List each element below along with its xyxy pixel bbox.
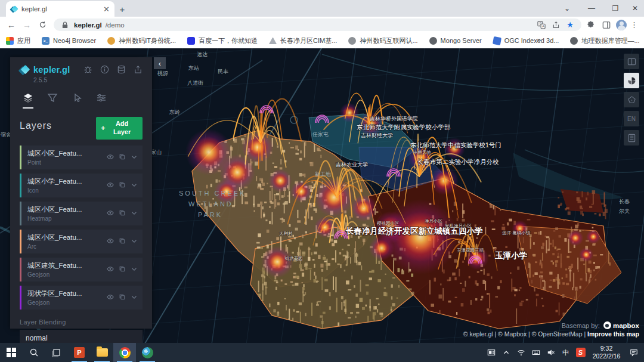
tab-filters[interactable] [47,92,58,109]
taskbar-gis-app[interactable] [136,343,159,362]
taskbar-powerpoint[interactable]: P [68,343,91,362]
address-bar[interactable]: kepler.gl/demo 文A ★ [54,18,581,31]
screen: kepler.gl ✕ + ⌄ — ❐ ✕ ← → kepler.gl/demo… [0,0,644,362]
legend-button[interactable] [624,130,639,146]
share-icon[interactable] [550,20,561,30]
svg-text:八道街: 八道街 [187,80,203,86]
tab-close-icon[interactable]: ✕ [103,5,110,14]
add-layer-button[interactable]: + Add Layer [96,117,143,140]
layer-expand-chevron-icon[interactable] [131,264,138,275]
browser-tab[interactable]: kepler.gl ✕ [6,1,114,17]
mapbox-logo[interactable]: mapbox [603,321,639,329]
taskbar-search-button[interactable] [23,343,45,362]
touch-keyboard-icon[interactable] [528,343,543,362]
new-tab-button[interactable]: + [114,1,130,17]
side-panel-icon[interactable] [600,19,612,31]
layer-visibility-eye-icon[interactable] [107,236,114,247]
taskbar-file-explorer[interactable] [91,343,113,362]
tab-interactions[interactable] [72,92,82,109]
svg-text:东北师范大学附属实验学校小学部: 东北师范大学附属实验学校小学部 [357,123,451,131]
tray-chevron-up-icon[interactable] [499,343,513,362]
sample-data-icon[interactable] [117,65,126,76]
svg-text:长春: 长春 [619,199,630,205]
bookmark-favicon [269,38,277,44]
layer-visibility-eye-icon[interactable] [107,264,114,275]
layer-visibility-eye-icon[interactable] [107,208,114,219]
layer-duplicate-icon[interactable] [119,208,126,219]
svg-text:东岭: 东岭 [169,109,180,115]
tab-search-chevron-icon[interactable]: ⌄ [558,0,576,17]
layer-duplicate-icon[interactable] [119,180,126,191]
layer-row[interactable]: 城区小学_Featu... Icon [20,174,143,197]
layer-duplicate-icon[interactable] [119,292,126,303]
bookmark-item[interactable]: 地理数据库管理—... [570,36,639,45]
layer-duplicate-icon[interactable] [119,236,126,247]
bookmark-star-icon[interactable]: ★ [565,20,575,30]
back-button[interactable]: ← [4,18,19,32]
bookmark-item[interactable]: OGC Indexed 3d... [493,37,559,45]
layer-duplicate-icon[interactable] [119,264,126,275]
bookmark-item[interactable]: 应用 [6,36,30,45]
layer-row[interactable]: 现状学区_Featu... Geojson [20,286,143,310]
bookmark-item[interactable]: >_ Neo4j Browser [42,37,96,45]
ime-indicator[interactable]: 中 [558,343,573,362]
forward-button[interactable]: → [19,18,35,32]
bookmark-favicon: >_ [42,37,49,45]
extensions-icon[interactable] [585,19,597,31]
clock-time: 9:32 [589,345,624,352]
start-button[interactable] [0,343,23,362]
tab-layers[interactable] [23,92,33,109]
bookmark-item[interactable]: 神州数码互联网认... [348,36,417,45]
improve-map-link[interactable]: Improve this map [587,330,639,338]
windows-taskbar: P 中 S 9:32 2022/2/16 [0,343,644,362]
bookmark-item[interactable]: 长春净月区CIM基... [269,36,337,45]
layer-expand-chevron-icon[interactable] [131,208,138,219]
layer-row[interactable]: 城区小区_Featu... Arc [20,230,143,253]
svg-text:吉林华桥外国语学院: 吉林华桥外国语学院 [370,116,418,122]
bookmark-favicon [570,37,578,45]
layer-expand-chevron-icon[interactable] [131,292,138,303]
task-view-button[interactable] [45,343,68,362]
toggle-3d-button[interactable] [624,73,639,88]
window-restore-button[interactable]: ❐ [606,0,625,17]
bug-report-icon[interactable] [83,65,92,76]
bookmark-item[interactable]: 神州数码IT身份统... [107,36,176,45]
layer-visibility-eye-icon[interactable] [107,180,114,191]
layer-expand-chevron-icon[interactable] [131,180,138,191]
taskbar-clock[interactable]: 9:32 2022/2/16 [588,345,625,360]
sidebar-collapse-button[interactable]: ‹ [154,57,166,69]
locale-button[interactable]: EN [624,111,639,126]
layer-expand-chevron-icon[interactable] [131,152,138,163]
window-close-button[interactable]: ✕ [626,0,644,17]
layer-visibility-eye-icon[interactable] [107,292,114,303]
bookmarks-overflow-chevron[interactable]: » [537,35,541,44]
sogou-icon[interactable]: S [573,343,588,362]
layer-row[interactable]: 城区小区_Featu... Point [20,146,143,169]
taskbar-chrome[interactable] [113,343,136,362]
volume-muted-icon[interactable] [543,343,558,362]
browser-menu-icon[interactable]: ⋮ [630,20,638,29]
tab-basemap[interactable] [96,92,107,109]
wifi-icon[interactable] [513,343,528,362]
layer-expand-chevron-icon[interactable] [131,236,138,247]
bookmark-item[interactable]: 百度一下，你就知道 [187,36,258,45]
news-panel-icon[interactable] [484,343,499,362]
globe-gis-icon [142,347,153,358]
map-credits[interactable]: © kepler.gl | © Mapbox | © OpenStreetMap… [463,330,586,338]
action-center-icon[interactable] [625,343,643,362]
split-map-button[interactable] [624,54,639,69]
reload-button[interactable] [35,18,50,32]
draw-polygon-button[interactable] [624,92,639,107]
info-icon[interactable] [100,65,109,76]
layer-duplicate-icon[interactable] [119,152,126,163]
profile-avatar[interactable] [616,20,627,30]
layer-row[interactable]: 城区小区_Featu... Heatmap [20,202,143,225]
layers-panel-title: Layers [20,120,52,131]
layer-visibility-eye-icon[interactable] [107,152,114,163]
layer-row[interactable]: 城区建筑_Featu... Geojson [20,258,143,281]
bookmark-item[interactable]: Mongo Server [429,37,482,45]
translate-icon[interactable]: 文A [536,20,547,30]
window-minimize-button[interactable]: — [582,0,601,17]
app-title: kepler.gl [33,65,70,75]
export-icon[interactable] [134,65,143,76]
